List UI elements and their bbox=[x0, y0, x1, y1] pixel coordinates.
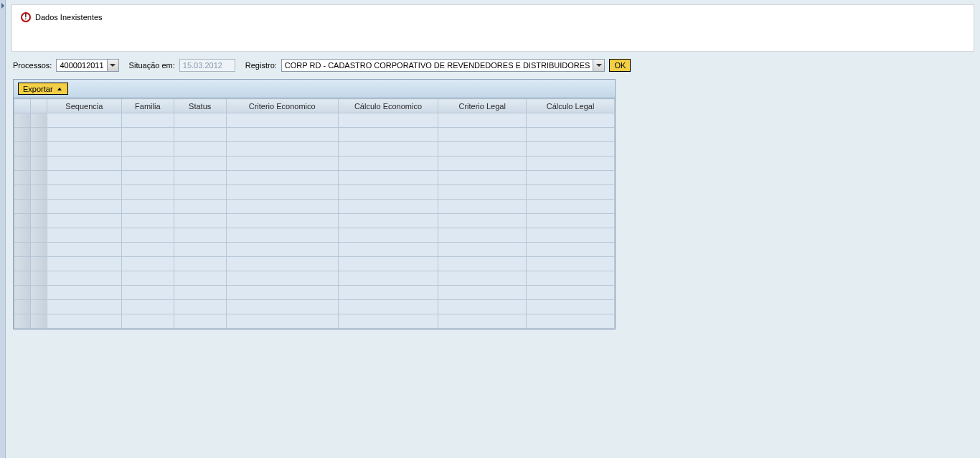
grid-cell[interactable] bbox=[226, 128, 338, 142]
grid-cell[interactable] bbox=[47, 128, 121, 142]
grid-cell[interactable] bbox=[226, 200, 338, 214]
grid-cell[interactable] bbox=[527, 156, 615, 171]
grid-cell[interactable] bbox=[47, 271, 121, 286]
chevron-down-icon[interactable] bbox=[107, 60, 118, 71]
grid-cell[interactable] bbox=[527, 171, 615, 185]
grid-cell[interactable] bbox=[121, 156, 174, 171]
table-row[interactable] bbox=[14, 314, 615, 329]
grid-cell[interactable] bbox=[174, 314, 226, 329]
grid-cell[interactable] bbox=[527, 300, 615, 314]
grid-cell[interactable] bbox=[226, 156, 338, 171]
grid-cell[interactable] bbox=[121, 228, 174, 243]
grid-cell[interactable] bbox=[174, 271, 226, 286]
row-selector[interactable] bbox=[14, 128, 31, 142]
panel-expand-handle[interactable] bbox=[0, 0, 6, 458]
grid-cell[interactable] bbox=[527, 243, 615, 257]
col-sequencia[interactable]: Sequencia bbox=[47, 99, 121, 113]
row-selector[interactable] bbox=[14, 243, 31, 257]
col-criterio-legal[interactable]: Criterio Legal bbox=[438, 99, 527, 113]
grid-cell[interactable] bbox=[47, 286, 121, 300]
grid-cell[interactable] bbox=[121, 257, 174, 271]
row-selector[interactable] bbox=[14, 185, 31, 200]
row-selector[interactable] bbox=[14, 228, 31, 243]
row-selector[interactable] bbox=[14, 142, 31, 156]
grid-cell[interactable] bbox=[438, 243, 527, 257]
grid-cell[interactable] bbox=[338, 257, 438, 271]
grid-cell[interactable] bbox=[47, 214, 121, 228]
grid-cell[interactable] bbox=[226, 142, 338, 156]
grid-cell[interactable] bbox=[47, 228, 121, 243]
grid-cell[interactable] bbox=[527, 228, 615, 243]
table-row[interactable] bbox=[14, 113, 615, 128]
grid-cell[interactable] bbox=[438, 156, 527, 171]
row-selector[interactable] bbox=[14, 214, 31, 228]
grid-cell[interactable] bbox=[47, 185, 121, 200]
grid-cell[interactable] bbox=[174, 257, 226, 271]
grid-cell[interactable] bbox=[174, 228, 226, 243]
row-selector[interactable] bbox=[14, 171, 31, 185]
grid-cell[interactable] bbox=[338, 300, 438, 314]
grid-cell[interactable] bbox=[527, 257, 615, 271]
grid-cell[interactable] bbox=[226, 228, 338, 243]
grid-cell[interactable] bbox=[226, 243, 338, 257]
grid-cell[interactable] bbox=[47, 314, 121, 329]
grid-cell[interactable] bbox=[338, 185, 438, 200]
grid-cell[interactable] bbox=[47, 243, 121, 257]
grid-cell[interactable] bbox=[438, 200, 527, 214]
grid-cell[interactable] bbox=[174, 156, 226, 171]
grid-cell[interactable] bbox=[226, 214, 338, 228]
grid-cell[interactable] bbox=[121, 243, 174, 257]
table-row[interactable] bbox=[14, 142, 615, 156]
grid-cell[interactable] bbox=[174, 185, 226, 200]
grid-cell[interactable] bbox=[121, 314, 174, 329]
row-selector[interactable] bbox=[14, 257, 31, 271]
table-row[interactable] bbox=[14, 300, 615, 314]
table-row[interactable] bbox=[14, 271, 615, 286]
grid-cell[interactable] bbox=[438, 257, 527, 271]
ok-button[interactable]: OK bbox=[609, 59, 631, 72]
grid-cell[interactable] bbox=[527, 200, 615, 214]
grid-cell[interactable] bbox=[226, 286, 338, 300]
grid-cell[interactable] bbox=[174, 300, 226, 314]
row-selector[interactable] bbox=[14, 300, 31, 314]
grid-cell[interactable] bbox=[226, 271, 338, 286]
grid-cell[interactable] bbox=[121, 185, 174, 200]
table-row[interactable] bbox=[14, 286, 615, 300]
grid-cell[interactable] bbox=[47, 156, 121, 171]
grid-cell[interactable] bbox=[174, 214, 226, 228]
grid-cell[interactable] bbox=[338, 142, 438, 156]
grid-cell[interactable] bbox=[338, 286, 438, 300]
grid-cell[interactable] bbox=[226, 185, 338, 200]
col-status[interactable]: Status bbox=[174, 99, 226, 113]
grid-cell[interactable] bbox=[527, 286, 615, 300]
table-row[interactable] bbox=[14, 243, 615, 257]
grid-cell[interactable] bbox=[338, 214, 438, 228]
grid-cell[interactable] bbox=[174, 142, 226, 156]
col-calculo-economico[interactable]: Cálculo Economico bbox=[338, 99, 438, 113]
grid-cell[interactable] bbox=[226, 257, 338, 271]
grid-cell[interactable] bbox=[121, 214, 174, 228]
grid-cell[interactable] bbox=[527, 128, 615, 142]
grid-cell[interactable] bbox=[438, 228, 527, 243]
grid-cell[interactable] bbox=[121, 300, 174, 314]
grid-cell[interactable] bbox=[438, 314, 527, 329]
grid-cell[interactable] bbox=[121, 142, 174, 156]
grid-cell[interactable] bbox=[121, 113, 174, 128]
grid-cell[interactable] bbox=[338, 271, 438, 286]
grid-cell[interactable] bbox=[438, 113, 527, 128]
table-row[interactable] bbox=[14, 257, 615, 271]
grid-cell[interactable] bbox=[47, 257, 121, 271]
grid-cell[interactable] bbox=[47, 142, 121, 156]
grid-cell[interactable] bbox=[174, 243, 226, 257]
grid-cell[interactable] bbox=[438, 171, 527, 185]
grid-cell[interactable] bbox=[338, 156, 438, 171]
grid-cell[interactable] bbox=[338, 113, 438, 128]
grid-cell[interactable] bbox=[438, 271, 527, 286]
grid-cell[interactable] bbox=[527, 113, 615, 128]
table-row[interactable] bbox=[14, 128, 615, 142]
grid-cell[interactable] bbox=[174, 286, 226, 300]
grid-cell[interactable] bbox=[226, 314, 338, 329]
row-selector[interactable] bbox=[14, 271, 31, 286]
grid-cell[interactable] bbox=[338, 228, 438, 243]
grid-cell[interactable] bbox=[226, 113, 338, 128]
